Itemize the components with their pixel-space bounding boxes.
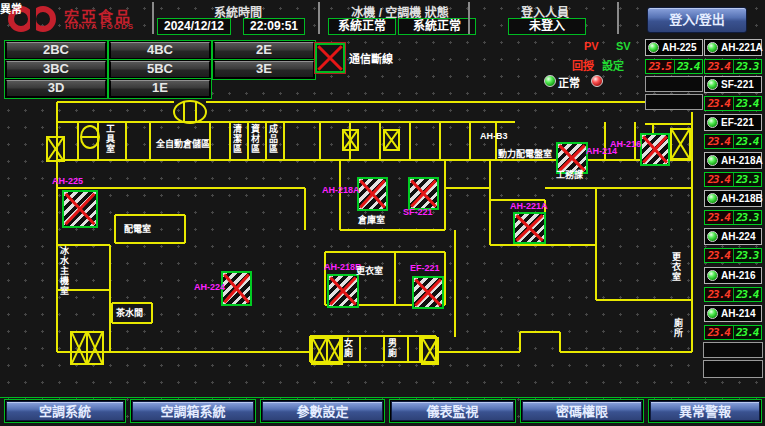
sv-value: 23.4: [734, 288, 762, 301]
floor-button-label: 3D: [6, 80, 106, 97]
equipment-alarm-icon[interactable]: [408, 177, 439, 210]
equipment-alarm-icon[interactable]: [513, 212, 546, 244]
footer-nav-label: 異常警報: [650, 401, 760, 421]
footer-nav-button[interactable]: 密碼權限: [520, 399, 644, 423]
pv-value: 23.4: [705, 211, 734, 224]
device-name-box[interactable]: AH-221A: [704, 39, 762, 56]
device-name-box[interactable]: AH-218A: [704, 152, 762, 169]
sv-value: 23.4: [734, 135, 762, 148]
device-name-box[interactable]: AH-225: [645, 39, 703, 56]
normal-label: 正常: [558, 74, 580, 90]
floor-button-label: 4BC: [110, 42, 210, 59]
device-name-box[interactable]: SF-221: [704, 76, 762, 93]
device-status-led-icon: [648, 42, 659, 53]
login-logout-button[interactable]: 登入/登出: [647, 7, 747, 33]
device-readout[interactable]: AH-218A 23.4 23.3: [704, 152, 762, 187]
equipment-alarm-icon[interactable]: [640, 133, 670, 166]
device-values: 23.4 23.4: [704, 287, 762, 302]
room-label: 全自動倉儲區: [156, 137, 210, 150]
system-time-label: 系統時間: [158, 3, 318, 16]
floor-button-label: 2BC: [6, 42, 106, 59]
pv-value: 23.4: [705, 135, 734, 148]
pv-value: 23.4: [705, 326, 734, 339]
device-status-led-icon: [707, 79, 718, 90]
footer-nav-button[interactable]: 空調系統: [4, 399, 126, 423]
sv-value: 23.3: [734, 249, 762, 262]
room-label: 男廁: [386, 338, 399, 358]
floor-button-label: 5BC: [110, 61, 210, 78]
plan-device-label: SF-221: [403, 207, 433, 217]
empty-slot-box: [645, 76, 703, 92]
equipment-alarm-icon[interactable]: [62, 190, 98, 228]
device-readout[interactable]: SF-221 23.4 23.4: [704, 76, 762, 111]
floor-button[interactable]: 3BC: [4, 59, 108, 80]
header-divider: [617, 2, 619, 34]
stair-icon: [342, 129, 359, 151]
room-label: 更衣室: [670, 252, 683, 282]
pv-value: 23.4: [705, 249, 734, 262]
floor-button[interactable]: 5BC: [108, 59, 212, 80]
device-readout[interactable]: EF-221 23.4 23.4: [704, 114, 762, 149]
room-label: 動力配電盤室: [498, 147, 552, 160]
device-name: SF-221: [721, 79, 754, 90]
normal-led-icon: [544, 75, 556, 87]
device-readout[interactable]: AH-218B 23.4 23.3: [704, 190, 762, 225]
floor-button[interactable]: 3E: [212, 59, 316, 80]
floor-button-label: 3BC: [6, 61, 106, 78]
plan-device-label: EF-221: [410, 263, 440, 273]
floor-button[interactable]: 3D: [4, 78, 108, 99]
device-status-led-icon: [707, 231, 718, 242]
sv-value: 23.4: [734, 97, 762, 110]
device-name-box[interactable]: AH-214: [704, 305, 762, 322]
equipment-alarm-icon[interactable]: [412, 276, 444, 309]
floor-button-label: 3E: [214, 61, 314, 78]
device-name: AH-218A: [721, 155, 763, 166]
logo-subtitle: HUNYA FOODS: [65, 22, 134, 31]
device-status-led-icon: [707, 117, 718, 128]
device-readout[interactable]: AH-214 23.4 23.4: [704, 305, 762, 340]
device-name: AH-224: [721, 231, 755, 242]
footer-nav-button[interactable]: 異常警報: [648, 399, 762, 423]
footer-divider: [0, 397, 765, 398]
floor-button-label: 1E: [110, 80, 210, 97]
device-readout[interactable]: AH-225 23.5 23.4: [645, 39, 703, 74]
machine-status-label: 冰機 / 空調機 狀態: [325, 3, 475, 16]
footer-nav-label: 儀表監視: [391, 401, 514, 421]
floor-button[interactable]: 2BC: [4, 40, 108, 61]
device-name-box[interactable]: AH-218B: [704, 190, 762, 207]
footer-nav-label: 空調箱系統: [132, 401, 254, 421]
login-label: 登入人員: [490, 3, 600, 16]
device-readout[interactable]: AH-221A 23.4 23.3: [704, 39, 762, 74]
equipment-alarm-icon[interactable]: [327, 274, 359, 308]
room-label: 清潔區: [231, 124, 244, 154]
system-date-value: 2024/12/12: [157, 18, 231, 35]
pv-name-label: 回授: [572, 57, 594, 73]
floor-button[interactable]: 1E: [108, 78, 212, 99]
device-name-box[interactable]: EF-221: [704, 114, 762, 131]
equipment-alarm-icon[interactable]: [357, 177, 388, 211]
logo: 宏亞食品 HUNYA FOODS: [6, 4, 156, 34]
footer-nav-button[interactable]: 儀表監視: [389, 399, 516, 423]
abnormal-led-icon: [591, 75, 603, 87]
footer-nav-label: 空調系統: [6, 401, 124, 421]
floor-button[interactable]: 2E: [212, 40, 316, 61]
stair-icon: [670, 128, 691, 160]
room-label: 廁所: [672, 318, 685, 338]
room-label: 成品區: [267, 124, 280, 154]
footer-nav-button[interactable]: 空調箱系統: [130, 399, 256, 423]
device-name: AH-218B: [721, 193, 763, 204]
device-readout[interactable]: AH-224 23.4 23.3: [704, 228, 762, 263]
device-name: EF-221: [721, 117, 754, 128]
device-name-box[interactable]: AH-216: [704, 267, 762, 284]
device-status-led-icon: [707, 42, 718, 53]
device-name-box[interactable]: AH-224: [704, 228, 762, 245]
floor-button[interactable]: 4BC: [108, 40, 212, 61]
sv-label: SV: [616, 40, 631, 52]
plan-device-label: AH-218A: [322, 185, 360, 195]
footer-nav-button[interactable]: 參數設定: [260, 399, 385, 423]
equipment-alarm-icon[interactable]: [221, 271, 252, 306]
device-readout[interactable]: AH-216 23.4 23.4: [704, 267, 762, 302]
stair-icon: [311, 337, 343, 365]
footer-nav-label: 參數設定: [262, 401, 383, 421]
device-values: 23.4 23.4: [704, 96, 762, 111]
